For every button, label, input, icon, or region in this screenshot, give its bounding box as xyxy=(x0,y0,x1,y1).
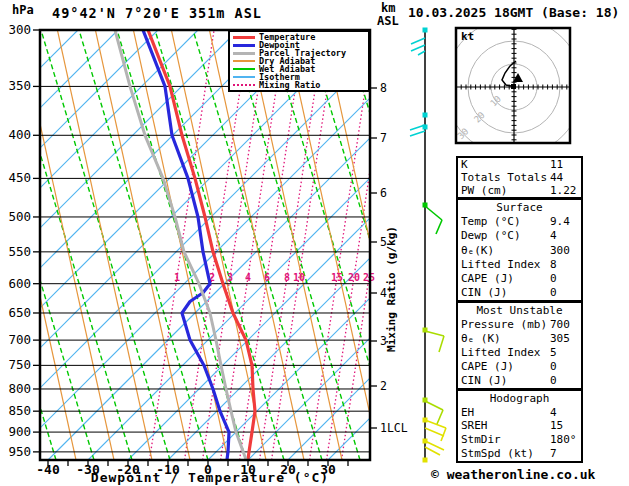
legend-swatch xyxy=(233,76,255,78)
wind-barb-marker xyxy=(423,458,428,463)
table-row-value: 305 xyxy=(550,332,570,345)
table-row: SREH15 xyxy=(461,419,578,432)
most-unstable-table: Most UnstablePressure (mb)700θₑ (K)305Li… xyxy=(456,301,583,390)
stability-indices-table: K11Totals Totals44PW (cm)1.22 xyxy=(456,156,583,199)
table-row-value: 11 xyxy=(550,158,563,171)
table-row-label: EH xyxy=(461,406,550,419)
legend: TemperatureDewpointParcel TrajectoryDry … xyxy=(228,30,370,92)
pressure-tick-label: 650 xyxy=(8,305,31,320)
table-row-value: 44 xyxy=(550,171,563,184)
wind-barb-feather xyxy=(425,447,440,455)
table-row-label: Dewp (°C) xyxy=(461,229,550,242)
copyright: © weatheronline.co.uk xyxy=(431,467,595,482)
wind-barb-feather xyxy=(418,51,425,55)
table-row-value: 0 xyxy=(550,360,557,373)
pressure-tick-label: 700 xyxy=(8,332,31,347)
table-row-label: StmDir xyxy=(461,433,550,446)
table-row-value: 4 xyxy=(550,406,557,419)
table-row-value: 0 xyxy=(550,286,557,299)
pressure-tick-label: 500 xyxy=(8,209,31,224)
legend-swatch xyxy=(233,36,255,39)
table-row-value: 15 xyxy=(550,419,563,432)
table-row: CIN (J)0 xyxy=(461,286,578,299)
table-row: StmDir180° xyxy=(461,433,578,446)
km-tick-label: 6 xyxy=(380,186,387,200)
table-row-label: CIN (J) xyxy=(461,374,550,387)
table-row: Pressure (mb)700 xyxy=(461,318,578,331)
mixing-ratio-axis-label: Mixing Ratio (g/kg) xyxy=(385,226,398,352)
table-row: Temp (°C)9.4 xyxy=(461,215,578,228)
table-row-value: 7 xyxy=(550,447,557,460)
table-row: θₑ (K)305 xyxy=(461,332,578,345)
temperature-axis-title: Dewpoint / Temperature (°C) xyxy=(70,470,350,485)
pressure-tick-label: 850 xyxy=(8,403,31,418)
table-row-value: 0 xyxy=(550,374,557,387)
table-row-value: 700 xyxy=(550,318,570,331)
mixing-ratio-value-label: 4 xyxy=(245,272,251,283)
table-row-label: θₑ (K) xyxy=(461,332,550,345)
table-row-label: CIN (J) xyxy=(461,286,550,299)
table-row-value: 9.4 xyxy=(550,215,570,228)
wind-barb-marker xyxy=(423,113,428,118)
wind-barb-feather xyxy=(425,331,444,336)
wind-barb-feather xyxy=(437,410,443,424)
table-row-label: Lifted Index xyxy=(461,346,550,359)
table-row-label: Totals Totals xyxy=(461,171,550,184)
table-row: K11 xyxy=(461,158,578,171)
table-row-label: CAPE (J) xyxy=(461,360,550,373)
temp-tick-label: -40 xyxy=(36,462,60,477)
mixing-ratio-value-label: 10 xyxy=(293,272,305,283)
table-row-label: SREH xyxy=(461,419,550,432)
table-row: CAPE (J)0 xyxy=(461,272,578,285)
pressure-tick-label: 550 xyxy=(8,244,31,259)
legend-item: Wet Adiabat xyxy=(233,65,368,73)
table-row: StmSpd (kt)7 xyxy=(461,447,578,460)
km-tick-label: 8 xyxy=(380,81,387,95)
km-tick-label: 7 xyxy=(380,131,387,145)
table-section-header: Surface xyxy=(461,201,578,214)
table-row: Lifted Index8 xyxy=(461,258,578,271)
table-row-label: PW (cm) xyxy=(461,184,550,197)
table-row: EH4 xyxy=(461,406,578,419)
table-row: CIN (J)0 xyxy=(461,374,578,387)
pressure-tick-label: 950 xyxy=(8,444,31,459)
plot-border xyxy=(40,30,370,460)
mixing-ratio-value-label: 20 xyxy=(348,272,360,283)
hodograph-origin-marker xyxy=(511,84,516,89)
mixing-ratio-value-label: 1 xyxy=(174,272,180,283)
table-row: Totals Totals44 xyxy=(461,171,578,184)
table-row-label: Pressure (mb) xyxy=(461,318,550,331)
pressure-tick-label: 800 xyxy=(8,381,31,396)
mixing-ratio-value-label: 6 xyxy=(264,272,270,283)
legend-label: Mixing Ratio xyxy=(259,81,320,89)
wind-barb-feather xyxy=(436,220,442,234)
table-row: CAPE (J)0 xyxy=(461,360,578,373)
mixing-ratio-value-label: 15 xyxy=(331,272,343,283)
table-row-label: Lifted Index xyxy=(461,258,550,271)
table-row-value: 8 xyxy=(550,258,557,271)
wind-barb-feather xyxy=(425,420,446,428)
mixing-ratio-value-label: 8 xyxy=(284,272,290,283)
wind-barb-feather xyxy=(410,131,425,136)
table-section-header: Most Unstable xyxy=(461,304,578,317)
pressure-tick-label: 300 xyxy=(8,22,31,37)
table-row-value: 180° xyxy=(550,433,577,446)
table-row-label: CAPE (J) xyxy=(461,272,550,285)
table-row-label: θₑ(K) xyxy=(461,244,550,257)
table-row-label: StmSpd (kt) xyxy=(461,447,550,460)
legend-swatch xyxy=(233,52,255,55)
hodograph-unit-label: kt xyxy=(461,30,474,43)
wind-barb-feather xyxy=(425,206,442,220)
legend-swatch xyxy=(233,84,255,86)
table-row: θₑ(K)300 xyxy=(461,244,578,257)
table-row-value: 0 xyxy=(550,272,557,285)
table-row-value: 1.22 xyxy=(550,184,577,197)
table-row-value: 300 xyxy=(550,244,570,257)
table-row: PW (cm)1.22 xyxy=(461,184,578,197)
table-row: Lifted Index5 xyxy=(461,346,578,359)
table-row-label: Temp (°C) xyxy=(461,215,550,228)
table-row-value: 4 xyxy=(550,229,557,242)
legend-swatch xyxy=(233,60,255,62)
wind-barb-feather xyxy=(425,428,444,436)
surface-table: SurfaceTemp (°C)9.4Dewp (°C)4θₑ(K)300Lif… xyxy=(456,198,583,302)
